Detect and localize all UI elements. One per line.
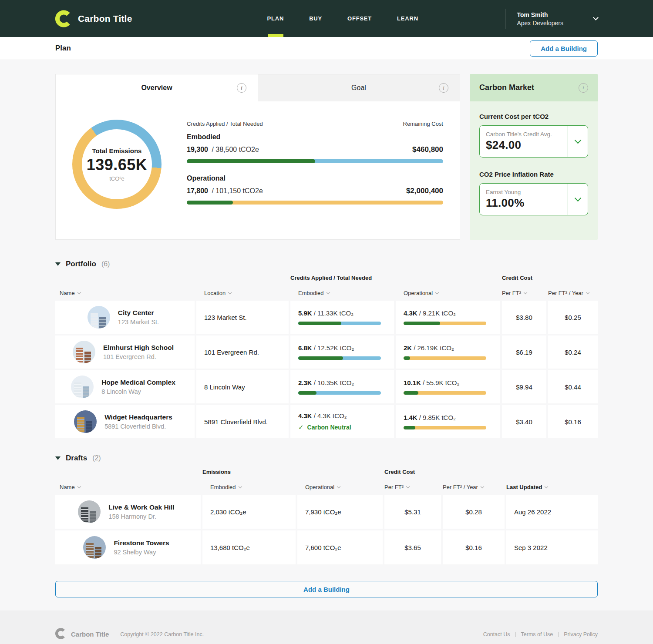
embodied-progress-bar bbox=[298, 391, 381, 395]
operational-summary: Operational 17,800 / 101,150 tCO2e $2,00… bbox=[187, 174, 443, 205]
portfolio-row[interactable]: Elmhurst High School 101 Evergreen Rd. 1… bbox=[55, 335, 598, 369]
cost-per-tco2-label: Current Cost per tCO2 bbox=[479, 113, 588, 120]
operational-cell: 10.1K/ 55.9K tCO₂ bbox=[396, 370, 500, 403]
sort-chevron-icon bbox=[77, 290, 81, 294]
embodied-emissions: 2,030 tCO₂e bbox=[210, 508, 288, 516]
copyright-text: Copyright © 2022 Carbon Title Inc. bbox=[120, 631, 204, 637]
building-address: 5891 Cloverfield Blvd. bbox=[104, 423, 172, 430]
donut-unit: tCO²e bbox=[109, 175, 125, 182]
tab-overview[interactable]: Overview i bbox=[56, 74, 258, 101]
operational-total: / 101,150 tCO2e bbox=[212, 187, 263, 195]
column-header-location[interactable]: Location bbox=[196, 290, 289, 296]
operational-applied: 17,800 bbox=[187, 187, 208, 195]
operational-emissions: 7,930 tCO₂e bbox=[305, 508, 375, 516]
building-name: Hope Medical Complex bbox=[101, 379, 175, 386]
remaining-cost-label: Remaining Cost bbox=[403, 121, 444, 127]
draft-row[interactable]: Live & Work Oak Hill 158 Harmony Dr. 2,0… bbox=[55, 495, 598, 529]
portfolio-row[interactable]: Widget Headquarters 5891 Cloverfield Blv… bbox=[55, 405, 598, 438]
column-header-last-updated[interactable]: Last Updated bbox=[506, 484, 598, 490]
portfolio-table: City Center 123 Market St. 123 Market St… bbox=[55, 301, 598, 438]
nav-item-plan[interactable]: PLAN bbox=[267, 0, 284, 37]
nav-item-offset[interactable]: OFFSET bbox=[347, 0, 372, 37]
operational-progress-bar bbox=[187, 201, 443, 205]
brand-name: Carbon Title bbox=[78, 13, 132, 24]
building-address: 8 Lincoln Way bbox=[101, 388, 175, 395]
sort-chevron-icon bbox=[545, 484, 548, 488]
footer-link-terms[interactable]: Terms of Use bbox=[521, 631, 553, 637]
drafts-count: (2) bbox=[92, 454, 101, 462]
info-icon[interactable]: i bbox=[439, 83, 448, 93]
carbon-market-title: Carbon Market bbox=[479, 83, 534, 92]
carbon-title-logo-icon bbox=[55, 10, 73, 27]
divider bbox=[558, 632, 559, 637]
building-thumbnail bbox=[83, 536, 106, 559]
portfolio-row[interactable]: Hope Medical Complex 8 Lincoln Way 8 Lin… bbox=[55, 370, 598, 403]
credit-cost-per-ft2-year: $0.16 bbox=[565, 418, 581, 426]
column-header-operational[interactable]: Operational bbox=[297, 484, 383, 490]
credits-applied-label: Credits Applied / Total Needed bbox=[187, 121, 263, 127]
add-building-button[interactable]: Add a Building bbox=[530, 40, 598, 57]
column-header-per-ft2[interactable]: Per FT² bbox=[384, 484, 441, 490]
tab-goal[interactable]: Goal i bbox=[258, 74, 460, 101]
sort-chevron-icon bbox=[406, 484, 410, 488]
credit-avg-select[interactable]: Carbon Title's Credit Avg. $24.00 bbox=[479, 125, 588, 158]
last-updated-date: Sep 3 2022 bbox=[514, 544, 590, 551]
operational-cell: 1.4K/ 9.85K tCO₂ bbox=[396, 405, 500, 438]
portfolio-count: (6) bbox=[101, 260, 110, 268]
draft-row[interactable]: Firestone Towers 92 Shelby Way 13,680 tC… bbox=[55, 530, 598, 564]
building-name: Widget Headquarters bbox=[104, 413, 172, 421]
building-thumbnail bbox=[74, 410, 97, 433]
top-nav: Carbon Title PLAN BUY OFFSET LEARN Tom S… bbox=[0, 0, 653, 37]
donut-value: 139.65K bbox=[87, 156, 148, 174]
nav-item-learn[interactable]: LEARN bbox=[397, 0, 418, 37]
footer-link-privacy[interactable]: Privacy Policy bbox=[564, 631, 598, 637]
info-icon[interactable]: i bbox=[237, 83, 246, 93]
column-header-operational[interactable]: Operational bbox=[396, 290, 500, 296]
operational-progress-bar bbox=[404, 356, 486, 360]
column-header-embodied[interactable]: Embodied bbox=[202, 484, 296, 490]
operational-cell: 4.3K/ 9.21K tCO₂ bbox=[396, 301, 500, 334]
column-header-per-ft2-year[interactable]: Per FT² / Year bbox=[443, 484, 505, 490]
check-icon: ✓ bbox=[298, 423, 304, 431]
footer-brand: Carbon Title bbox=[55, 628, 109, 641]
operational-remaining-cost: $2,000,400 bbox=[406, 187, 443, 195]
column-header-per-ft2-year[interactable]: Per FT² / Year bbox=[548, 290, 598, 296]
sort-chevron-icon bbox=[435, 290, 439, 294]
column-header-name[interactable]: Name bbox=[55, 484, 201, 490]
sort-chevron-icon bbox=[228, 290, 232, 294]
drafts-section-toggle[interactable]: Drafts (2) bbox=[55, 454, 598, 463]
building-address: 123 Market St. bbox=[118, 319, 159, 325]
chevron-down-icon bbox=[593, 15, 599, 20]
location-value: 8 Lincoln Way bbox=[204, 383, 281, 391]
credit-cost-group-header: Credit Cost bbox=[384, 469, 505, 479]
sort-chevron-icon bbox=[524, 290, 527, 294]
credit-cost-per-ft2: $6.19 bbox=[516, 349, 532, 356]
nav-item-buy[interactable]: BUY bbox=[309, 0, 322, 37]
footer-link-contact-us[interactable]: Contact Us bbox=[483, 631, 510, 637]
credits-group-header: Credits Applied / Total Needed bbox=[290, 275, 500, 285]
portfolio-row[interactable]: City Center 123 Market St. 123 Market St… bbox=[55, 301, 598, 334]
location-value: 5891 Cloverfield Blvd. bbox=[204, 418, 281, 426]
embodied-total: / 38,500 tCO2e bbox=[212, 146, 259, 153]
column-header-name[interactable]: Name bbox=[55, 290, 195, 296]
credit-cost-per-ft2-year: $0.28 bbox=[465, 508, 482, 516]
embodied-emissions: 13,680 tCO₂e bbox=[210, 544, 288, 551]
column-header-per-ft2[interactable]: Per FT² bbox=[502, 290, 546, 296]
operational-cell: 2K/ 26.19K tCO₂ bbox=[396, 335, 500, 369]
credit-cost-group-header: Credit Cost bbox=[502, 275, 598, 285]
carbon-market-panel: Carbon Market i Current Cost per tCO2 Ca… bbox=[470, 74, 598, 240]
brand-logo[interactable]: Carbon Title bbox=[55, 10, 132, 27]
credit-cost-per-ft2: $3.65 bbox=[404, 544, 421, 551]
user-menu[interactable]: Tom Smith Apex Developers bbox=[505, 9, 598, 29]
donut-title: Total Emissions bbox=[92, 147, 142, 154]
column-header-embodied[interactable]: Embodied bbox=[290, 290, 394, 296]
portfolio-section-toggle[interactable]: Portfolio (6) bbox=[55, 260, 598, 268]
embodied-remaining-cost: $460,800 bbox=[412, 145, 443, 154]
info-icon[interactable]: i bbox=[579, 83, 588, 93]
inflation-rate-select[interactable]: Earnst Young 11.00% bbox=[479, 183, 588, 215]
add-building-button-bottom[interactable]: Add a Building bbox=[55, 581, 598, 597]
footer: Carbon Title Copyright © 2022 Carbon Tit… bbox=[0, 610, 653, 644]
collapse-triangle-icon bbox=[55, 456, 61, 460]
credit-cost-per-ft2: $3.80 bbox=[516, 314, 532, 321]
building-thumbnail bbox=[78, 500, 101, 523]
